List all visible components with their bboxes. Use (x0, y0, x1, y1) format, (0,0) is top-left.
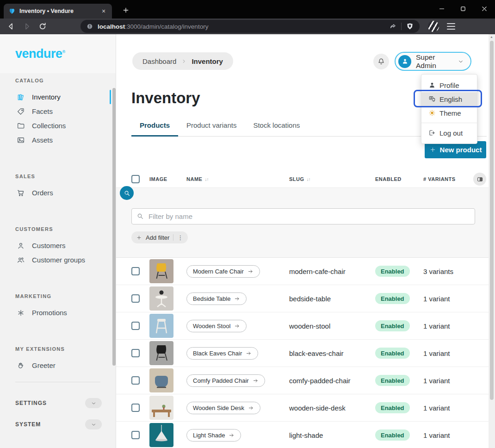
thumbnail-cell (149, 368, 186, 392)
menu-item-label: Log out (439, 129, 463, 137)
arrow-right-icon (246, 350, 252, 356)
expand-settings-button[interactable] (85, 398, 102, 408)
row-checkbox[interactable] (131, 322, 140, 330)
table-row: Comfy Padded Chaircomfy-padded-chairEnab… (116, 367, 489, 394)
reload-icon[interactable] (38, 22, 47, 31)
product-name-chip[interactable]: Black Eaves Chair (186, 347, 258, 360)
name-cell: Bedside Table (186, 292, 289, 305)
row-checkbox[interactable] (131, 349, 140, 357)
product-name-chip[interactable]: Bedside Table (186, 292, 247, 305)
menu-item-log-out[interactable]: Log out (421, 126, 477, 140)
row-checkbox[interactable] (131, 404, 140, 412)
breadcrumb-dashboard[interactable]: Dashboard (142, 57, 176, 65)
maximize-icon[interactable] (459, 5, 467, 13)
nav-section-header: CATALOG (15, 78, 116, 83)
breadcrumb-inventory[interactable]: Inventory (192, 57, 223, 65)
nav-section-header: MARKETING (15, 293, 116, 299)
column-header-enabled: ENABLED (375, 176, 423, 182)
minimize-icon[interactable] (438, 5, 446, 13)
arrow-right-icon (253, 378, 259, 384)
tab-products[interactable]: Products (131, 118, 178, 137)
sidebar-item-label: Inventory (32, 93, 61, 101)
product-slug: light-shade (289, 431, 375, 439)
search-toggle-button[interactable] (120, 186, 134, 200)
sidebar-item-orders[interactable]: Orders (0, 186, 116, 200)
main-scrollbar[interactable]: ▲ (489, 34, 495, 448)
product-name-chip[interactable]: Modern Cafe Chair (186, 265, 260, 278)
sidebar-item-promotions[interactable]: Promotions (0, 305, 116, 320)
new-tab-icon[interactable] (122, 6, 130, 14)
tab-close-icon[interactable]: × (100, 7, 107, 15)
browser-tab-bar: Inventory • Vendure × (0, 0, 495, 19)
name-cell: Light Shade (186, 429, 289, 442)
browser-profile-avatar[interactable] (428, 21, 439, 32)
user-name: Super Admin (416, 53, 453, 70)
user-menu-button[interactable]: Super Admin (395, 52, 471, 71)
nav-section-marketing: MARKETINGPromotions (0, 293, 116, 320)
sidebar-item-customer-groups[interactable]: Customer groups (0, 253, 116, 267)
browser-tab[interactable]: Inventory • Vendure × (4, 4, 112, 19)
user-icon (17, 242, 25, 250)
thumbnail-cell (149, 396, 186, 420)
select-all-checkbox[interactable] (131, 175, 140, 183)
product-thumbnail (149, 341, 173, 365)
thumbnail-cell (149, 314, 186, 338)
scroll-up-icon[interactable]: ▲ (490, 35, 493, 38)
sort-icon[interactable]: ↓↑ (307, 177, 310, 182)
tab-stock-locations[interactable]: Stock locations (245, 118, 308, 136)
product-name-chip[interactable]: Wooden Side Desk (186, 402, 260, 414)
status-cell: Enabled (375, 293, 423, 304)
nav-section-header: MY EXTENSIONS (15, 346, 116, 352)
sidebar-item-assets[interactable]: Assets (0, 133, 116, 147)
sidebar-scrollbar[interactable] (112, 88, 116, 366)
sidebar-item-greeter[interactable]: Greeter (0, 358, 116, 373)
tab-title: Inventory • Vendure (19, 8, 96, 14)
row-checkbox[interactable] (131, 376, 140, 385)
kebab-menu-icon[interactable]: ⋮ (177, 235, 183, 241)
sidebar-item-collections[interactable]: Collections (0, 118, 116, 133)
status-badge: Enabled (375, 266, 410, 277)
sidebar-item-customers[interactable]: Customers (0, 238, 116, 253)
sidebar-item-inventory[interactable]: Inventory (0, 90, 116, 104)
sidebar-item-facets[interactable]: Facets (0, 104, 116, 118)
add-filter-button[interactable]: Add filter ⋮ (131, 231, 188, 243)
filter-panel: Add filter ⋮ (116, 187, 489, 258)
product-name-chip[interactable]: Light Shade (186, 429, 241, 442)
filter-by-name-input[interactable] (131, 208, 475, 224)
notifications-button[interactable] (373, 54, 389, 69)
tab-product-variants[interactable]: Product variants (178, 118, 245, 136)
product-table-body: Modern Cafe Chairmodern-cafe-chairEnable… (116, 258, 489, 448)
product-thumbnail (149, 396, 173, 420)
table-row: Wooden Side Deskwooden-side-deskEnabled1… (116, 394, 489, 422)
browser-menu-icon[interactable] (447, 23, 455, 30)
sort-icon[interactable]: ↓↑ (204, 177, 208, 182)
share-icon[interactable] (389, 23, 397, 31)
menu-item-profile[interactable]: Profile (421, 78, 477, 92)
product-name-chip[interactable]: Comfy Padded Chair (186, 374, 265, 387)
thumbnail-cell (149, 423, 186, 447)
menu-item-english[interactable]: English (421, 92, 477, 106)
back-icon[interactable] (6, 22, 16, 31)
product-name: Wooden Side Desk (193, 404, 244, 411)
site-info-icon[interactable] (86, 23, 93, 30)
chevron-down-icon (91, 400, 97, 406)
scrollbar-thumb[interactable] (490, 41, 494, 400)
menu-item-theme[interactable]: Theme (421, 106, 477, 120)
forward-icon[interactable] (22, 22, 31, 31)
folder-icon (17, 122, 25, 130)
address-bar[interactable]: localhost:3000/admin/catalog/inventory (80, 20, 420, 33)
row-checkbox[interactable] (131, 267, 140, 275)
vendure-logo: vendure® (15, 47, 65, 61)
close-icon[interactable] (480, 5, 489, 13)
column-picker-button[interactable] (473, 173, 486, 186)
logout-icon (428, 129, 436, 137)
row-checkbox[interactable] (131, 294, 140, 303)
hand-icon (17, 361, 25, 370)
column-header-slug: SLUG↓↑ (289, 176, 375, 182)
thumbnail-cell (149, 286, 186, 311)
row-checkbox[interactable] (131, 431, 140, 439)
expand-system-button[interactable] (85, 419, 102, 429)
search-icon (136, 212, 144, 220)
product-name-chip[interactable]: Wooden Stool (186, 320, 247, 332)
brave-shield-icon[interactable] (406, 22, 414, 31)
